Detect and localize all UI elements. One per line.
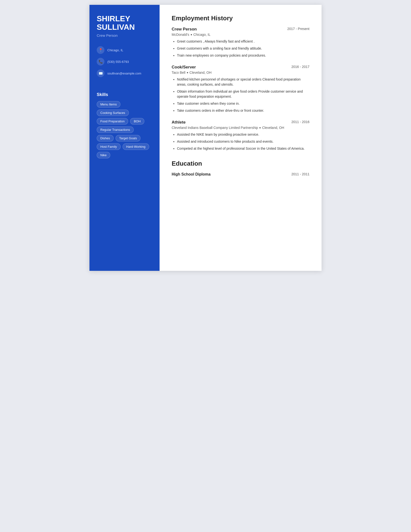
resume-container: SHIRLEY SULLIVAN Crew Person 📍 Chicago, …: [89, 5, 322, 271]
job-dates: 2017 - Present: [287, 27, 309, 31]
skill-tag: Regular Transactions: [97, 126, 134, 133]
job-bullet: Assisted and introduced customers to Nik…: [177, 139, 309, 144]
phone-icon: 📞: [97, 58, 104, 66]
job-meta: Taco Bell Cleveland, OH: [172, 71, 309, 75]
job-meta: McDonald's Chicago, IL: [172, 33, 309, 37]
skill-tag: Nike: [97, 152, 110, 158]
job-title: Crew Person: [172, 27, 197, 32]
job-bullets: Notified kitchen personnel of shortages …: [172, 77, 309, 113]
education-degree: High School Diploma: [172, 172, 211, 177]
job-employer: Taco Bell: [172, 71, 186, 75]
job-block: Cook/Server2016 - 2017Taco Bell Clevelan…: [172, 65, 309, 113]
education-dates: 2011 - 2011: [291, 172, 309, 177]
job-title: Athlete: [172, 120, 186, 125]
separator-dot: [187, 72, 188, 73]
name-line1: SHIRLEY: [97, 14, 130, 23]
skill-tag: Target Goals: [116, 135, 141, 142]
job-location: Cleveland, OH: [262, 126, 284, 130]
skill-tag: BOH: [130, 118, 144, 124]
job-title: Cook/Server: [172, 65, 196, 70]
location-text: Chicago, IL: [107, 48, 123, 52]
job-header: Cook/Server2016 - 2017: [172, 65, 309, 70]
education-container: High School Diploma2011 - 2011: [172, 172, 309, 177]
job-bullet: Greet customers with a smiling face and …: [177, 46, 309, 51]
phone-text: (530) 555-6793: [107, 60, 129, 64]
job-bullet: Take customers orders in either drive-th…: [177, 108, 309, 113]
job-dates: 2011 - 2016: [291, 120, 309, 124]
job-block: Crew Person2017 - PresentMcDonald's Chic…: [172, 27, 309, 58]
candidate-name: SHIRLEY SULLIVAN: [97, 15, 152, 31]
job-employer: Cleveland Indians Baseball Company Limit…: [172, 126, 258, 130]
job-bullet: Obtain information from individual an gi…: [177, 89, 309, 99]
separator-dot: [191, 34, 192, 35]
skill-tag: Food Preparation: [97, 118, 128, 124]
job-header: Crew Person2017 - Present: [172, 27, 309, 32]
job-block: Athlete2011 - 2016Cleveland Indians Base…: [172, 120, 309, 151]
job-bullet: Train new employees on company policies …: [177, 53, 309, 58]
job-location: Chicago, IL: [193, 33, 211, 37]
email-text: ssullivan@example.com: [107, 72, 141, 75]
jobs-container: Crew Person2017 - PresentMcDonald's Chic…: [172, 27, 309, 151]
skill-tag: Host Family: [97, 143, 121, 150]
name-line2: SULLIVAN: [97, 23, 135, 31]
job-bullet: Take customer orders when they come in.: [177, 101, 309, 106]
job-bullet: Assisted the NIKE team by providing proa…: [177, 132, 309, 137]
contact-email: ✉️ ssullivan@example.com: [97, 69, 152, 77]
job-header: Athlete2011 - 2016: [172, 120, 309, 125]
job-dates: 2016 - 2017: [291, 65, 309, 69]
job-bullet: Notified kitchen personnel of shortages …: [177, 77, 309, 87]
location-icon: 📍: [97, 46, 104, 54]
sidebar: SHIRLEY SULLIVAN Crew Person 📍 Chicago, …: [89, 5, 159, 271]
employment-heading: Employment History: [172, 15, 309, 22]
skill-tag: Hard-Working: [122, 143, 149, 150]
main-content: Employment History Crew Person2017 - Pre…: [159, 5, 322, 271]
job-bullets: Greet customers , Always friendly fast a…: [172, 39, 309, 58]
skills-tags: Menu ItemsCooking SurfacesFood Preparati…: [97, 101, 152, 158]
separator-dot: [259, 127, 261, 128]
contact-location: 📍 Chicago, IL: [97, 46, 152, 54]
job-bullet: Competed at the highest level of profess…: [177, 146, 309, 151]
job-bullets: Assisted the NIKE team by providing proa…: [172, 132, 309, 151]
job-employer: McDonald's: [172, 33, 189, 37]
skills-section: Skills Menu ItemsCooking SurfacesFood Pr…: [97, 92, 152, 158]
skills-heading: Skills: [97, 92, 152, 97]
email-icon: ✉️: [97, 69, 104, 77]
job-bullet: Greet customers , Always friendly fast a…: [177, 39, 309, 44]
skill-tag: Dishes: [97, 135, 114, 142]
contact-section: 📍 Chicago, IL 📞 (530) 555-6793 ✉️ ssulli…: [97, 46, 152, 81]
contact-phone: 📞 (530) 555-6793: [97, 58, 152, 66]
education-block: High School Diploma2011 - 2011: [172, 172, 309, 177]
candidate-title: Crew Person: [97, 33, 152, 38]
job-location: Cleveland, OH: [189, 71, 212, 75]
skill-tag: Menu Items: [97, 101, 120, 108]
job-meta: Cleveland Indians Baseball Company Limit…: [172, 126, 309, 130]
skill-tag: Cooking Surfaces: [97, 110, 129, 116]
education-heading: Education: [172, 160, 309, 167]
